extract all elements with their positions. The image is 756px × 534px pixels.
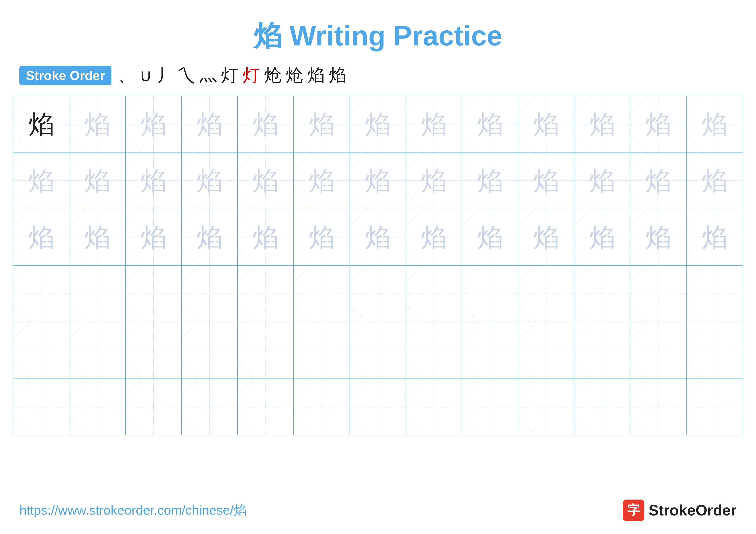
grid-cell-6-12[interactable] bbox=[630, 378, 687, 435]
grid-cell-5-1[interactable] bbox=[14, 322, 69, 378]
cell-guide-4-6 bbox=[294, 266, 349, 321]
grid-cell-2-1[interactable]: 焰 bbox=[14, 153, 69, 209]
grid-cell-5-9[interactable] bbox=[462, 322, 518, 378]
grid-cell-3-11[interactable]: 焰 bbox=[574, 209, 630, 265]
grid-cell-1-12[interactable]: 焰 bbox=[630, 96, 687, 152]
footer: https://www.strokeorder.com/chinese/焰 字 … bbox=[0, 499, 756, 521]
char-faint-1-9: 焰 bbox=[477, 111, 503, 137]
grid-cell-5-8[interactable] bbox=[406, 322, 462, 378]
grid-cell-1-1[interactable]: 焰 bbox=[14, 96, 69, 152]
grid-cell-5-7[interactable] bbox=[350, 322, 406, 378]
grid-cell-4-5[interactable] bbox=[238, 266, 294, 321]
grid-cell-4-8[interactable] bbox=[406, 266, 462, 321]
grid-cell-4-1[interactable] bbox=[14, 266, 69, 321]
grid-cell-4-3[interactable] bbox=[126, 266, 182, 321]
grid-cell-2-5[interactable]: 焰 bbox=[238, 153, 294, 209]
char-faint-2-6: 焰 bbox=[309, 167, 335, 193]
grid-cell-3-3[interactable]: 焰 bbox=[126, 209, 182, 265]
grid-cell-1-2[interactable]: 焰 bbox=[69, 96, 125, 152]
grid-cell-2-11[interactable]: 焰 bbox=[574, 153, 630, 209]
grid-cell-5-10[interactable] bbox=[518, 322, 574, 378]
grid-cell-4-4[interactable] bbox=[182, 266, 238, 321]
char-lighter-3-13: 焰 bbox=[702, 224, 728, 250]
grid-cell-2-13[interactable]: 焰 bbox=[687, 153, 742, 209]
grid-cell-2-10[interactable]: 焰 bbox=[518, 153, 574, 209]
grid-cell-6-13[interactable] bbox=[687, 378, 742, 435]
grid-cell-6-2[interactable] bbox=[69, 378, 125, 435]
grid-cell-6-8[interactable] bbox=[406, 378, 462, 435]
grid-cell-1-5[interactable]: 焰 bbox=[238, 96, 294, 152]
grid-cell-4-9[interactable] bbox=[462, 266, 518, 321]
grid-cell-6-10[interactable] bbox=[518, 378, 574, 435]
grid-cell-5-5[interactable] bbox=[238, 322, 294, 378]
grid-cell-1-3[interactable]: 焰 bbox=[126, 96, 182, 152]
footer-url-link[interactable]: https://www.strokeorder.com/chinese/焰 bbox=[19, 502, 247, 519]
grid-cell-5-11[interactable] bbox=[574, 322, 630, 378]
grid-cell-3-9[interactable]: 焰 bbox=[462, 209, 518, 265]
stroke-11: 焰 bbox=[329, 64, 346, 87]
grid-cell-4-6[interactable] bbox=[294, 266, 350, 321]
grid-cell-3-13[interactable]: 焰 bbox=[687, 209, 742, 265]
grid-cell-2-3[interactable]: 焰 bbox=[126, 153, 182, 209]
grid-cell-6-3[interactable] bbox=[126, 378, 182, 435]
grid-cell-6-6[interactable] bbox=[294, 378, 350, 435]
grid-cell-1-4[interactable]: 焰 bbox=[182, 96, 238, 152]
grid-cell-3-10[interactable]: 焰 bbox=[518, 209, 574, 265]
grid-cell-1-10[interactable]: 焰 bbox=[518, 96, 574, 152]
cell-guide-4-13 bbox=[687, 266, 742, 321]
grid-cell-5-6[interactable] bbox=[294, 322, 350, 378]
grid-cell-4-2[interactable] bbox=[69, 266, 125, 321]
grid-cell-6-7[interactable] bbox=[350, 378, 406, 435]
cell-guide-5-1 bbox=[14, 322, 69, 378]
grid-cell-6-5[interactable] bbox=[238, 378, 294, 435]
cell-guide-6-1 bbox=[14, 378, 69, 435]
grid-cell-4-13[interactable] bbox=[687, 266, 742, 321]
grid-cell-2-4[interactable]: 焰 bbox=[182, 153, 238, 209]
grid-cell-4-10[interactable] bbox=[518, 266, 574, 321]
grid-cell-5-3[interactable] bbox=[126, 322, 182, 378]
grid-cell-3-6[interactable]: 焰 bbox=[294, 209, 350, 265]
grid-cell-5-2[interactable] bbox=[69, 322, 125, 378]
grid-cell-6-9[interactable] bbox=[462, 378, 518, 435]
grid-cell-3-2[interactable]: 焰 bbox=[69, 209, 125, 265]
grid-cell-5-4[interactable] bbox=[182, 322, 238, 378]
grid-cell-3-12[interactable]: 焰 bbox=[630, 209, 687, 265]
cell-guide-6-6 bbox=[294, 378, 349, 435]
grid-cell-6-1[interactable] bbox=[14, 378, 69, 435]
grid-cell-2-7[interactable]: 焰 bbox=[350, 153, 406, 209]
grid-cell-1-7[interactable]: 焰 bbox=[350, 96, 406, 152]
grid-cell-2-6[interactable]: 焰 bbox=[294, 153, 350, 209]
grid-cell-3-5[interactable]: 焰 bbox=[238, 209, 294, 265]
cell-guide-5-8 bbox=[406, 322, 462, 378]
grid-cell-2-9[interactable]: 焰 bbox=[462, 153, 518, 209]
grid-cell-2-12[interactable]: 焰 bbox=[630, 153, 687, 209]
grid-cell-5-13[interactable] bbox=[687, 322, 742, 378]
grid-cell-6-4[interactable] bbox=[182, 378, 238, 435]
grid-cell-3-4[interactable]: 焰 bbox=[182, 209, 238, 265]
grid-cell-4-7[interactable] bbox=[350, 266, 406, 321]
grid-row-1: 焰 焰 焰 焰 焰 焰 焰 焰 焰 焰 焰 焰 焰 bbox=[14, 96, 742, 153]
grid-cell-1-8[interactable]: 焰 bbox=[406, 96, 462, 152]
grid-cell-2-8[interactable]: 焰 bbox=[406, 153, 462, 209]
grid-cell-1-11[interactable]: 焰 bbox=[574, 96, 630, 152]
grid-cell-6-11[interactable] bbox=[574, 378, 630, 435]
char-faint-2-5: 焰 bbox=[253, 167, 279, 193]
grid-cell-1-13[interactable]: 焰 bbox=[687, 96, 742, 152]
stroke-9: 炝 bbox=[286, 64, 303, 87]
grid-cell-5-12[interactable] bbox=[630, 322, 687, 378]
char-lighter-3-8: 焰 bbox=[421, 224, 447, 250]
grid-cell-2-2[interactable]: 焰 bbox=[69, 153, 125, 209]
cell-guide-4-11 bbox=[574, 266, 630, 321]
grid-cell-4-12[interactable] bbox=[630, 266, 687, 321]
grid-cell-1-9[interactable]: 焰 bbox=[462, 96, 518, 152]
char-faint-1-4: 焰 bbox=[197, 111, 222, 137]
cell-guide-4-10 bbox=[518, 266, 574, 321]
grid-cell-3-7[interactable]: 焰 bbox=[350, 209, 406, 265]
grid-cell-4-11[interactable] bbox=[574, 266, 630, 321]
char-lighter-3-2: 焰 bbox=[84, 224, 110, 250]
grid-cell-3-1[interactable]: 焰 bbox=[14, 209, 69, 265]
grid-cell-1-6[interactable]: 焰 bbox=[294, 96, 350, 152]
char-faint-2-10: 焰 bbox=[533, 167, 559, 193]
grid-cell-3-8[interactable]: 焰 bbox=[406, 209, 462, 265]
cell-guide-4-4 bbox=[182, 266, 237, 321]
